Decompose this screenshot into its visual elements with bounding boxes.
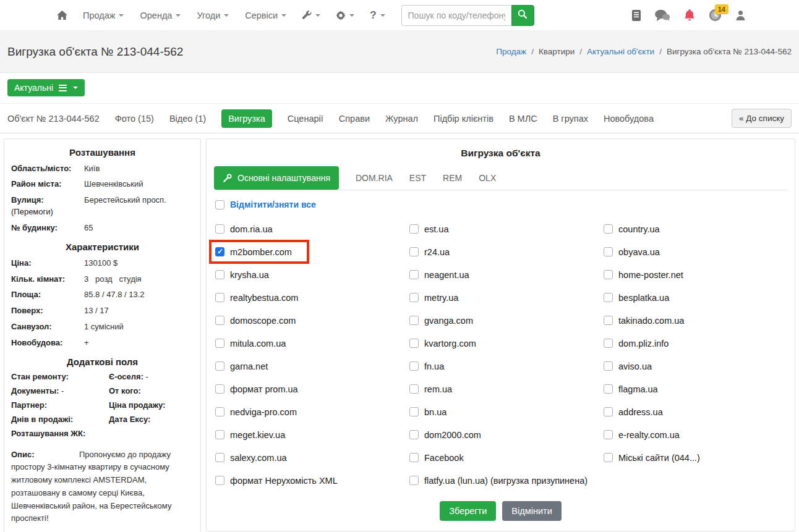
site-checkbox-item[interactable]: flagma.ua xyxy=(604,378,664,400)
checkbox-icon[interactable] xyxy=(215,247,224,256)
site-checkbox-item[interactable]: aviso.ua xyxy=(604,355,658,378)
home-icon[interactable] xyxy=(57,11,67,20)
checkbox-icon[interactable] xyxy=(409,293,419,302)
settings-tab[interactable]: DOM.RIA xyxy=(356,166,393,190)
object-tab[interactable]: Фото (15) xyxy=(115,109,154,128)
checkbox-icon[interactable] xyxy=(409,361,419,371)
object-tab[interactable]: Відео (1) xyxy=(169,109,206,128)
back-to-list-button[interactable]: « До списку xyxy=(732,109,792,128)
checkbox-icon[interactable] xyxy=(604,384,613,394)
checkbox-icon[interactable] xyxy=(409,316,419,325)
notifications-bell-icon[interactable] xyxy=(684,9,695,21)
site-checkbox-item[interactable]: mitula.com.ua xyxy=(215,332,292,355)
site-checkbox-item[interactable]: home-poster.net xyxy=(604,263,690,286)
site-checkbox-item[interactable]: metry.ua xyxy=(409,286,464,309)
object-tab[interactable]: В групах xyxy=(553,109,588,128)
checkbox-icon[interactable] xyxy=(215,200,224,209)
checkbox-icon[interactable] xyxy=(409,339,419,348)
checkbox-icon[interactable] xyxy=(215,224,224,234)
site-checkbox-item[interactable]: est.ua xyxy=(409,217,455,240)
site-checkbox-item[interactable]: nedviga-pro.com xyxy=(215,400,303,423)
checkbox-icon[interactable] xyxy=(604,430,613,439)
site-checkbox-item[interactable]: realtybestua.com xyxy=(215,286,304,309)
checkbox-icon[interactable] xyxy=(409,430,419,439)
checkbox-icon[interactable] xyxy=(604,270,613,279)
checkbox-icon[interactable] xyxy=(604,316,613,325)
breadcrumb-link[interactable]: Квартири xyxy=(539,47,575,56)
settings-menu[interactable] xyxy=(336,11,354,20)
site-checkbox-item[interactable]: bn.ua xyxy=(409,400,453,423)
site-checkbox-item[interactable]: r24.ua xyxy=(409,240,456,263)
checkbox-icon[interactable] xyxy=(409,453,419,462)
checkbox-icon[interactable] xyxy=(409,384,419,394)
site-checkbox-item[interactable]: krysha.ua xyxy=(215,263,275,286)
save-button[interactable]: Зберегти xyxy=(440,501,496,521)
site-checkbox-item[interactable]: gvanga.com xyxy=(409,309,479,332)
site-checkbox-item[interactable]: e-realty.com.ua xyxy=(604,423,686,446)
site-checkbox-item[interactable]: besplatka.ua xyxy=(604,286,675,309)
checkbox-icon[interactable] xyxy=(409,270,419,279)
status-dropdown-button[interactable]: Актуальні xyxy=(7,79,85,96)
site-checkbox-item[interactable]: meget.kiev.ua xyxy=(215,423,291,446)
site-checkbox-item[interactable]: flatfy.ua (lun.ua) (вигрузка призупинена… xyxy=(409,469,594,492)
breadcrumb-link[interactable]: Актуальні об'єкти xyxy=(587,47,654,56)
site-checkbox-item[interactable]: takinado.com.ua xyxy=(604,309,690,332)
object-tab[interactable]: Об'єкт № 213-044-562 xyxy=(7,109,100,128)
toggle-all-row[interactable]: Відмітити/зняти все xyxy=(214,190,317,216)
checkbox-icon[interactable] xyxy=(215,453,224,462)
settings-tab[interactable]: EST xyxy=(409,166,426,190)
object-tab[interactable]: Сценарії xyxy=(288,109,323,128)
settings-tab[interactable]: OLX xyxy=(479,166,496,190)
site-checkbox-item[interactable]: dom.pliz.info xyxy=(604,332,675,355)
site-checkbox-item[interactable]: dom2000.com xyxy=(409,423,487,446)
nav-menu-item[interactable]: Сервіси xyxy=(245,11,286,20)
checkbox-icon[interactable] xyxy=(215,476,224,485)
checkbox-icon[interactable] xyxy=(409,224,419,234)
nav-menu-item[interactable]: Угоди xyxy=(197,11,229,20)
site-checkbox-item[interactable]: salexy.com.ua xyxy=(215,446,293,469)
site-checkbox-item[interactable]: формат Нерухомість XML xyxy=(215,469,344,492)
checkbox-icon[interactable] xyxy=(604,224,613,234)
nav-menu-item[interactable]: Оренда xyxy=(140,11,181,20)
checkbox-icon[interactable] xyxy=(215,407,224,416)
checkbox-icon[interactable] xyxy=(604,247,613,256)
checkbox-icon[interactable] xyxy=(604,361,613,371)
site-checkbox-item[interactable]: kvartorg.com xyxy=(409,332,482,355)
tools-menu[interactable] xyxy=(302,11,320,20)
checkbox-icon[interactable] xyxy=(604,293,613,302)
site-checkbox-item[interactable]: fn.ua xyxy=(409,355,450,378)
checkbox-icon[interactable] xyxy=(409,407,419,416)
site-checkbox-item[interactable]: domoscope.com xyxy=(215,309,302,332)
time-tracking-icon[interactable]: 14 xyxy=(709,9,722,22)
site-checkbox-item[interactable]: address.ua xyxy=(604,400,669,423)
checkbox-icon[interactable] xyxy=(409,247,419,256)
breadcrumb-link[interactable]: Вигрузка об'єкта № 213-044-562 xyxy=(667,47,792,56)
breadcrumb-link[interactable]: Продаж xyxy=(496,47,526,56)
object-tab[interactable]: Вигрузка xyxy=(221,109,272,128)
cancel-button[interactable]: Відмінити xyxy=(502,501,561,521)
site-checkbox-item[interactable]: dom.ria.ua xyxy=(215,217,279,240)
nav-menu-item[interactable]: Продаж xyxy=(83,11,124,20)
site-checkbox-item[interactable]: Міські сайти (044...) xyxy=(604,446,706,469)
checkbox-icon[interactable] xyxy=(215,316,224,325)
site-checkbox-item[interactable]: Facebook xyxy=(409,446,470,469)
site-checkbox-item[interactable]: rem.ua xyxy=(409,378,458,400)
site-checkbox-item[interactable]: neagent.ua xyxy=(409,263,476,286)
search-input[interactable] xyxy=(401,5,511,26)
site-checkbox-item[interactable]: obyava.ua xyxy=(604,240,666,263)
journal-icon[interactable] xyxy=(632,10,641,21)
help-menu[interactable]: ? xyxy=(370,9,385,22)
checkbox-icon[interactable] xyxy=(215,270,224,279)
site-checkbox-item[interactable]: country.ua xyxy=(604,217,666,240)
object-tab[interactable]: Справи xyxy=(339,109,370,128)
object-tab[interactable]: Журнал xyxy=(385,109,418,128)
checkbox-icon[interactable] xyxy=(409,476,419,485)
checkbox-icon[interactable] xyxy=(215,430,224,439)
checkbox-icon[interactable] xyxy=(215,293,224,302)
checkbox-icon[interactable] xyxy=(215,361,224,371)
object-tab[interactable]: Підбір клієнтів xyxy=(434,109,494,128)
settings-tab[interactable]: REM xyxy=(443,166,462,190)
site-checkbox-item[interactable]: формат prom.ua xyxy=(215,378,304,400)
site-checkbox-item[interactable]: m2bomber.com xyxy=(209,240,309,264)
settings-tab[interactable]: Основні налаштування xyxy=(214,166,339,190)
